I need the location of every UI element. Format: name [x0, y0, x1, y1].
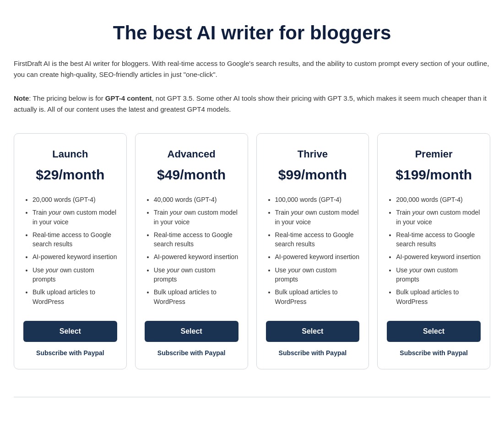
feature-item: AI-powered keyword insertion [275, 252, 360, 261]
feature-item: Use your own custom prompts [275, 265, 360, 284]
feature-item: Real-time access to Google search result… [275, 230, 360, 249]
note-label: Note [14, 94, 29, 102]
feature-item: Real-time access to Google search result… [396, 230, 481, 249]
feature-item: Bulk upload articles to WordPress [396, 287, 481, 306]
note-bold: GPT-4 content [105, 94, 152, 102]
feature-item: 100,000 words (GPT-4) [275, 195, 360, 204]
plan-card-launch: Launch $29/month 20,000 words (GPT-4)Tra… [14, 133, 127, 369]
subscribe-link[interactable]: Subscribe with Paypal [23, 348, 117, 358]
subscribe-link[interactable]: Subscribe with Paypal [387, 348, 481, 358]
feature-item: Use your own custom prompts [396, 265, 481, 284]
plan-features: 20,000 words (GPT-4)Train your own custo… [23, 195, 117, 310]
subscribe-link[interactable]: Subscribe with Paypal [266, 348, 360, 358]
bottom-divider [14, 397, 490, 397]
feature-item: Train your own custom model in your voic… [275, 208, 360, 227]
feature-item: 20,000 words (GPT-4) [33, 195, 117, 204]
plan-name: Premier [387, 146, 481, 162]
select-button[interactable]: Select [387, 321, 481, 342]
feature-item: Train your own custom model in your voic… [33, 208, 117, 227]
plan-card-advanced: Advanced $49/month 40,000 words (GPT-4)T… [135, 133, 248, 369]
plan-card-thrive: Thrive $99/month 100,000 words (GPT-4)Tr… [256, 133, 369, 369]
plan-name: Thrive [266, 146, 360, 162]
feature-item: Use your own custom prompts [33, 265, 117, 284]
intro-text: FirstDraft AI is the best AI writer for … [14, 58, 490, 80]
feature-item: Real-time access to Google search result… [154, 230, 238, 249]
select-button[interactable]: Select [23, 321, 117, 342]
plan-name: Launch [23, 146, 117, 162]
feature-item: AI-powered keyword insertion [396, 252, 481, 261]
note-text: Note: The pricing below is for GPT-4 con… [14, 93, 490, 115]
plan-name: Advanced [145, 146, 238, 162]
feature-item: Bulk upload articles to WordPress [33, 287, 117, 306]
select-button[interactable]: Select [266, 321, 360, 342]
select-button[interactable]: Select [145, 321, 238, 342]
feature-item: Use your own custom prompts [154, 265, 238, 284]
plan-price: $99/month [266, 164, 360, 185]
feature-item: Bulk upload articles to WordPress [154, 287, 238, 306]
plan-features: 100,000 words (GPT-4)Train your own cust… [266, 195, 360, 310]
plan-features: 200,000 words (GPT-4)Train your own cust… [387, 195, 481, 310]
plan-features: 40,000 words (GPT-4)Train your own custo… [145, 195, 238, 310]
plans-grid: Launch $29/month 20,000 words (GPT-4)Tra… [14, 133, 490, 369]
plan-price: $49/month [145, 164, 238, 185]
feature-item: Train your own custom model in your voic… [154, 208, 238, 227]
feature-item: AI-powered keyword insertion [154, 252, 238, 261]
feature-item: Train your own custom model in your voic… [396, 208, 481, 227]
page-title: The best AI writer for bloggers [14, 18, 490, 47]
feature-item: AI-powered keyword insertion [33, 252, 117, 261]
plan-card-premier: Premier $199/month 200,000 words (GPT-4)… [377, 133, 490, 369]
plan-price: $199/month [387, 164, 481, 185]
feature-item: Bulk upload articles to WordPress [275, 287, 360, 306]
subscribe-link[interactable]: Subscribe with Paypal [145, 348, 238, 358]
feature-item: 200,000 words (GPT-4) [396, 195, 481, 204]
feature-item: Real-time access to Google search result… [33, 230, 117, 249]
plan-price: $29/month [23, 164, 117, 185]
feature-item: 40,000 words (GPT-4) [154, 195, 238, 204]
